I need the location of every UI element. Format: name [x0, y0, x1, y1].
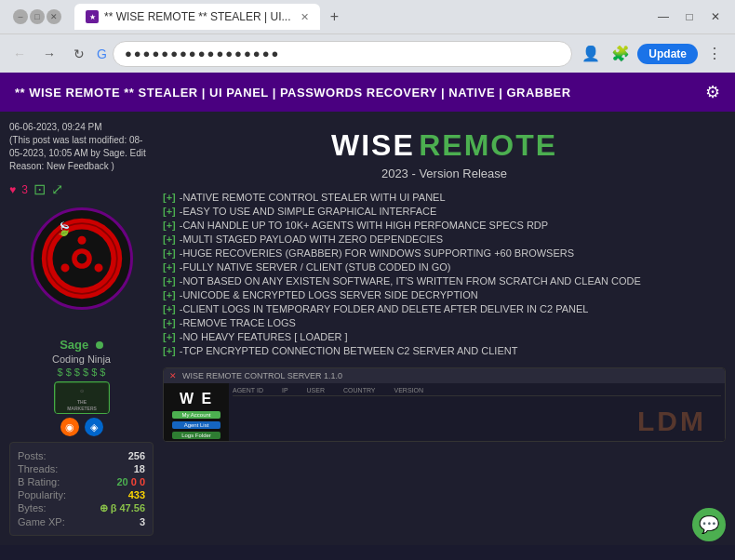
minimize-button[interactable]: — — [651, 5, 675, 29]
feature-item-2: [+] -EASY TO USE AND SIMPLE GRAPHICAL IN… — [163, 206, 726, 217]
post-edit-note: (This post was last modified: 08-05-2023… — [9, 135, 146, 171]
address-bar: ← → ↻ G 👤 🧩 Update ⋮ — [0, 33, 735, 73]
posts-stat: Posts: 256 — [18, 450, 145, 461]
svg-point-3 — [76, 254, 87, 264]
chat-bubble[interactable]: 💬 — [692, 508, 726, 541]
window-controls-left: – □ ✕ — [13, 9, 61, 24]
post-title: WISE REMOTE — [163, 128, 726, 163]
refresh-button[interactable]: ↻ — [67, 42, 91, 66]
user-sidebar: 06-06-2023, 09:24 PM (This post was last… — [9, 121, 154, 536]
minimize-win-icon[interactable]: – — [13, 9, 28, 24]
tab-bar: ★ ** WISE REMOTE ** STEALER | UI... ✕ + — [74, 4, 646, 30]
page-header-title: ** WISE REMOTE ** STEALER | UI PANEL | P… — [15, 86, 571, 100]
browser-title-bar: – □ ✕ ★ ** WISE REMOTE ** STEALER | UI..… — [0, 0, 735, 33]
avatar — [31, 207, 133, 310]
new-tab-button[interactable]: + — [324, 6, 346, 28]
user-stats-panel: Posts: 256 Threads: 18 B Rating: 20 0 0 — [9, 442, 154, 536]
heart-icon[interactable]: ♥ — [9, 183, 16, 196]
post-date: 06-06-2023, 09:24 PM — [9, 122, 102, 132]
window-controls-right: — □ ✕ — [651, 5, 728, 29]
social-icon-2[interactable]: ◈ — [85, 418, 103, 436]
title-remote: REMOTE — [419, 128, 557, 162]
update-button[interactable]: Update — [637, 44, 698, 64]
google-icon: G — [97, 47, 107, 61]
svg-text:THE: THE — [77, 399, 87, 405]
maximize-button[interactable]: □ — [677, 5, 702, 29]
share-icon[interactable]: ⤢ — [51, 180, 63, 198]
popularity-stat: Popularity: 433 — [18, 489, 145, 500]
online-status-dot — [96, 341, 103, 349]
heart-count: 3 — [21, 183, 28, 196]
bookmark-icon[interactable]: ⊡ — [33, 180, 46, 198]
col-ip: IP — [282, 387, 288, 393]
page-header-banner: ** WISE REMOTE ** STEALER | UI PANEL | P… — [0, 73, 735, 112]
bytes-stat: Bytes: ⊕ β 47.56 — [18, 502, 145, 514]
settings-gear-icon[interactable]: ⚙ — [705, 82, 720, 102]
user-title: Coding Ninja — [9, 353, 154, 365]
content-wrapper: 06-06-2023, 09:24 PM (This post was last… — [0, 112, 735, 545]
svg-text:⊙: ⊙ — [80, 388, 84, 393]
feature-item-6: [+] -FULLY NATIVE SERVER / CLIENT (STUB … — [163, 261, 726, 273]
feature-item-5: [+] -HUGE RECOVERIES (GRABBER) FOR WINDO… — [163, 247, 726, 259]
forward-button[interactable]: → — [37, 42, 61, 66]
user-badges: ⊙ THE MARKETERS — [9, 381, 154, 414]
feature-item-10: [+] -REMOVE TRACE LOGS — [163, 317, 726, 328]
svg-point-4 — [77, 236, 86, 245]
preview-agentlist-btn[interactable]: Agent List — [172, 421, 220, 429]
tab-close-icon[interactable]: ✕ — [301, 11, 309, 23]
preview-header: ✕ WISE REMOTE CONTROL SERVER 1.1.0 — [164, 368, 725, 383]
post-date-meta: 06-06-2023, 09:24 PM (This post was last… — [9, 121, 154, 173]
active-tab[interactable]: ★ ** WISE REMOTE ** STEALER | UI... ✕ — [74, 4, 320, 30]
maximize-win-icon[interactable]: □ — [30, 9, 45, 24]
feature-item-9: [+] -CLIENT LOGS IN TEMPORARY FOLDER AND… — [163, 303, 726, 314]
leaf-icon: 🍃 — [56, 221, 69, 236]
col-version: VERSION — [394, 387, 424, 393]
tab-favicon: ★ — [86, 10, 99, 23]
feature-item-12: [+] -TCP ENCRYPTED CONNECTION BETWEEN C2… — [163, 345, 726, 356]
preview-title: WISE REMOTE CONTROL SERVER 1.1.0 — [182, 371, 342, 380]
preview-close-icon: ✕ — [169, 371, 177, 380]
preview-body: W E My Account Agent List Logs Folder AG… — [164, 383, 725, 442]
close-button[interactable]: ✕ — [703, 5, 728, 29]
post-subtitle: 2023 - Version Release — [163, 167, 726, 180]
browser-actions: 👤 🧩 Update ⋮ — [578, 41, 728, 67]
feature-item-8: [+] -UNICODE & ENCRYPTED LOGS SERVER SID… — [163, 289, 726, 300]
feature-item-7: [+] -NOT BASED ON ANY EXISTEN SOFTWARE, … — [163, 275, 726, 287]
feature-item-4: [+] -MULTI STAGED PAYLOAD WITH ZERO DEPE… — [163, 233, 726, 245]
brating-stat: B Rating: 20 0 0 — [18, 476, 145, 487]
col-agent-id: AGENT ID — [233, 387, 263, 393]
reaction-bar: ♥ 3 ⊡ ⤢ — [9, 180, 154, 198]
marketers-badge: ⊙ THE MARKETERS — [54, 381, 110, 414]
avatar-image — [40, 217, 124, 300]
user-money: $ $ $ $ $ $ — [9, 367, 154, 378]
preview-watermark: LDM — [637, 406, 706, 437]
svg-point-5 — [94, 263, 102, 272]
feature-item-11: [+] -NO HEAVY FEATURES [ LOADER ] — [163, 331, 726, 342]
preview-logsfolder-btn[interactable]: Logs Folder — [172, 432, 220, 439]
svg-point-6 — [60, 263, 69, 272]
feature-item-1: [+] -NATIVE REMOTE CONTROL STEALER WITH … — [163, 192, 726, 203]
preview-table-header: AGENT ID IP USER COUNTRY VERSION — [233, 387, 721, 396]
svg-text:MARKETERS: MARKETERS — [67, 406, 97, 411]
username: Sage — [9, 338, 154, 352]
threads-stat: Threads: 18 — [18, 463, 145, 474]
gamexp-stat: Game XP: 3 — [18, 516, 145, 527]
social-icon-1[interactable]: ◉ — [60, 418, 79, 436]
address-input[interactable] — [113, 41, 572, 67]
title-wise: WISE — [331, 128, 415, 162]
back-button[interactable]: ← — [7, 42, 32, 66]
profile-button[interactable]: 👤 — [578, 41, 604, 67]
main-post-content: WISE REMOTE 2023 - Version Release [+] -… — [163, 121, 726, 536]
col-user: USER — [307, 387, 325, 393]
extensions-button[interactable]: 🧩 — [608, 41, 634, 67]
preview-sidebar: W E My Account Agent List Logs Folder — [164, 383, 229, 442]
close-win-icon[interactable]: ✕ — [47, 9, 61, 24]
preview-myaccount-btn[interactable]: My Account — [172, 411, 220, 419]
page-content: ** WISE REMOTE ** STEALER | UI PANEL | P… — [0, 73, 735, 560]
menu-button[interactable]: ⋮ — [702, 41, 728, 67]
preview-logo: W E — [180, 387, 213, 408]
tab-title: ** WISE REMOTE ** STEALER | UI... — [104, 10, 291, 23]
preview-screenshot: ✕ WISE REMOTE CONTROL SERVER 1.1.0 W E M… — [163, 367, 726, 442]
social-icons: ◉ ◈ — [9, 418, 154, 436]
col-country: COUNTRY — [343, 387, 375, 393]
